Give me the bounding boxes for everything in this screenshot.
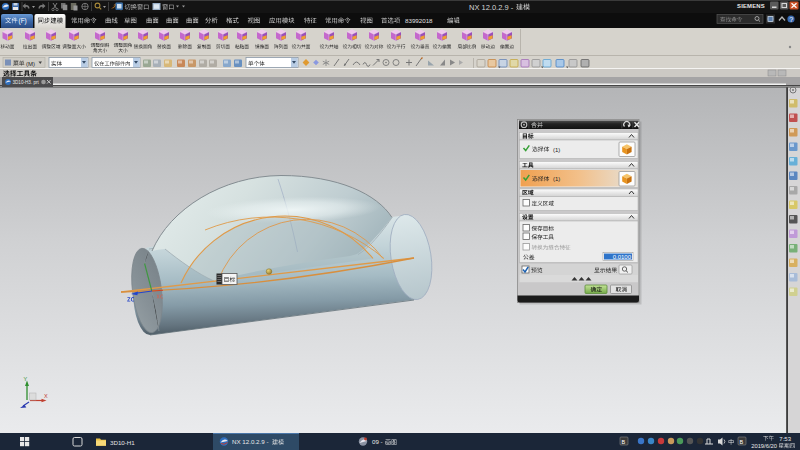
svg-text:B: B xyxy=(622,439,626,445)
svg-text:SIEMENS: SIEMENS xyxy=(737,3,765,9)
svg-text:(M): (M) xyxy=(26,61,35,67)
svg-text:Y: Y xyxy=(24,376,28,382)
svg-text:(F): (F) xyxy=(19,17,27,25)
svg-text:0.0100: 0.0100 xyxy=(613,254,632,260)
svg-text:7:53: 7:53 xyxy=(779,436,791,442)
svg-text:NX 12.0.2.9 -: NX 12.0.2.9 - xyxy=(232,438,268,445)
svg-text:09 -: 09 - xyxy=(372,438,383,445)
svg-text:B: B xyxy=(740,439,744,445)
svg-text:3D10-H3. prt: 3D10-H3. prt xyxy=(13,80,40,85)
svg-text:(1): (1) xyxy=(553,176,560,182)
svg-text:2019/6/20: 2019/6/20 xyxy=(751,443,777,449)
svg-text:NX 12.0.2.9 -: NX 12.0.2.9 - xyxy=(469,3,514,12)
svg-text:(1): (1) xyxy=(553,147,560,153)
svg-text:X: X xyxy=(44,393,48,399)
svg-text:83992018: 83992018 xyxy=(405,17,433,24)
svg-text:3D10-H1: 3D10-H1 xyxy=(110,439,135,446)
svg-text:?: ? xyxy=(789,16,793,23)
